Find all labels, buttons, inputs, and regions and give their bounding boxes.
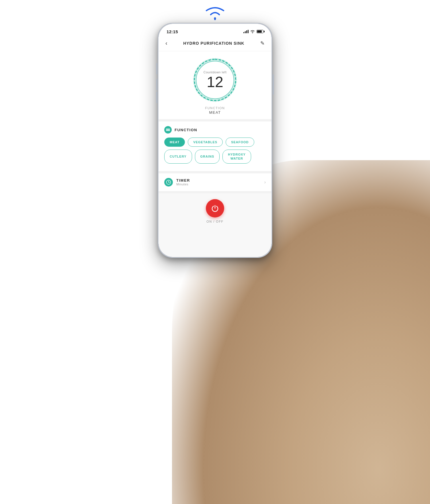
function-button-seafood[interactable]: SEAFOOD — [226, 138, 254, 147]
page-title: HYDRO PURIFICATION SINK — [183, 41, 244, 46]
signal-bar-3 — [246, 30, 247, 33]
function-section-icon — [164, 126, 172, 134]
back-button[interactable]: ‹ — [164, 39, 169, 48]
signal-bars-icon — [243, 30, 249, 33]
countdown-ring: Countdown left 12 — [192, 57, 238, 103]
power-section: ON / OFF — [159, 193, 271, 257]
divider-3 — [159, 191, 271, 193]
edit-button[interactable]: ✎ — [259, 39, 266, 48]
phone-screen: 12:15 — [159, 24, 271, 257]
function-button-vegetables[interactable]: VEGETABLES — [188, 138, 223, 147]
status-bar: 12:15 — [159, 24, 271, 36]
menu-lines-icon — [166, 128, 170, 131]
top-navigation: ‹ HYDRO PURIFICATION SINK ✎ — [159, 36, 271, 51]
timer-left: TIMER Minutes — [164, 178, 190, 187]
chevron-right-icon: › — [264, 180, 266, 185]
signal-bar-1 — [243, 32, 244, 33]
signal-bar-4 — [248, 30, 249, 33]
countdown-number: 12 — [204, 74, 226, 89]
timer-row: TIMER Minutes › — [164, 178, 266, 187]
status-icons — [243, 30, 263, 33]
function-button-hydroxy-water[interactable]: HYDROXYWATER — [222, 150, 251, 164]
function-display-value: MEAT — [205, 110, 225, 115]
function-buttons-row-2: CUTLERY GRAINS HYDROXYWATER — [164, 150, 266, 164]
function-display: FUNCTION MEAT — [205, 106, 225, 115]
function-button-grains[interactable]: GRAINS — [195, 150, 220, 164]
function-section: FUNCTION MEAT VEGETABLES SEAFOOD CUTLERY… — [159, 121, 271, 171]
battery-fill — [257, 30, 262, 33]
timer-section[interactable]: TIMER Minutes › — [159, 173, 271, 191]
countdown-section: Countdown left 12 FUNCTION MEAT — [159, 51, 271, 119]
function-buttons-row-1: MEAT VEGETABLES SEAFOOD — [164, 138, 266, 147]
function-button-meat[interactable]: MEAT — [164, 138, 185, 147]
divider-1 — [159, 119, 271, 121]
timer-label: TIMER — [176, 178, 190, 183]
svg-point-0 — [214, 17, 216, 19]
wifi-top-icon — [204, 4, 226, 20]
timer-sublabel: Minutes — [176, 183, 190, 186]
timer-text: TIMER Minutes — [176, 178, 190, 186]
clock-icon — [164, 178, 173, 187]
function-display-label: FUNCTION — [205, 106, 225, 110]
function-section-header: FUNCTION — [164, 126, 266, 134]
countdown-center: Countdown left 12 — [204, 70, 226, 89]
signal-bar-2 — [245, 31, 246, 33]
status-time: 12:15 — [167, 29, 178, 34]
power-button[interactable] — [206, 199, 224, 217]
phone-frame: 12:15 — [158, 23, 272, 258]
power-icon — [211, 204, 219, 212]
power-label: ON / OFF — [206, 220, 224, 223]
phone-mockup: 12:15 — [158, 23, 272, 258]
divider-2 — [159, 171, 271, 173]
phone-inner: 12:15 — [159, 24, 271, 257]
function-section-title: FUNCTION — [175, 128, 197, 132]
wifi-status-icon — [250, 30, 255, 33]
battery-status-icon — [257, 30, 263, 33]
clock-svg — [166, 180, 171, 185]
svg-point-1 — [252, 32, 253, 33]
function-button-cutlery[interactable]: CUTLERY — [164, 150, 192, 164]
